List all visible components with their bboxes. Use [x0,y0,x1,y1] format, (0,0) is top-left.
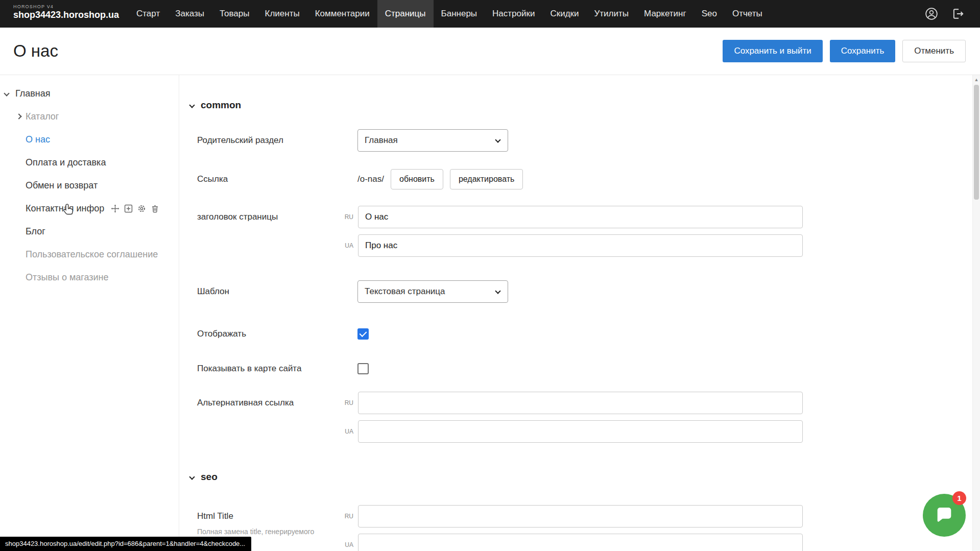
html-title-ru-input[interactable] [358,505,803,528]
nav-item-settings[interactable]: Настройки [485,0,542,28]
nav-item-discounts[interactable]: Скидки [542,0,586,28]
link-row: Ссылка /o-nas/ обновить редактировать [197,169,960,189]
lang-tag-ua: UA [340,242,353,249]
trash-icon[interactable] [151,204,159,213]
parent-section-select[interactable]: Главная [357,129,508,152]
chat-widget-button[interactable]: 1 [923,494,966,537]
sidebar-item-o-nas[interactable]: О нас [0,128,179,151]
nav-item-start[interactable]: Старт [129,0,168,28]
page-header: О нас Сохранить и выйти Сохранить Отмени… [0,28,980,75]
vertical-scrollbar[interactable]: ▲ [972,75,980,551]
link-path: /o-nas/ [357,174,384,184]
lang-tag-ru: RU [340,213,353,221]
sidebar-item-obmen[interactable]: Обмен и возврат [0,174,179,197]
topbar: HOROSHOP V4 shop34423.horoshop.ua Старт … [0,0,980,28]
section-title: common [201,100,241,111]
field-label: Html Title [197,511,340,521]
chevron-right-icon[interactable] [16,113,21,119]
sidebar-item-katalog[interactable]: Каталог [0,105,179,128]
nav-item-products[interactable]: Товары [212,0,257,28]
save-and-exit-button[interactable]: Сохранить и выйти [723,40,822,62]
lang-tag-ua: UA [340,541,353,548]
sidebar-item-label: О нас [26,134,50,145]
field-hint: Полная замена title, генерируемого [197,528,340,536]
sidebar-item-label: Обмен и возврат [26,180,98,191]
add-page-icon[interactable] [124,204,133,213]
alt-link-row: Альтернативная ссылка RU UA [197,392,960,443]
link-edit-button[interactable]: редактировать [450,169,523,189]
sitemap-checkbox[interactable] [357,363,369,374]
sidebar-item-label: Каталог [26,111,59,122]
browser-status-bar: shop34423.horoshop.ua/edit/edit.php?id=6… [0,537,251,551]
page-title: О нас [13,41,58,61]
link-update-button[interactable]: обновить [391,169,443,189]
nav-item-reports[interactable]: Отчеты [725,0,770,28]
sidebar-item-glavnaya[interactable]: Главная [0,82,179,105]
nav-item-clients[interactable]: Клиенты [257,0,307,28]
sidebar-item-label: Контактная инфор [26,203,104,214]
chevron-down-icon[interactable] [4,90,9,96]
alt-link-ru-input[interactable] [358,392,803,414]
page-title-ru-input[interactable] [358,206,803,228]
sidebar-item-reviews[interactable]: Отзывы о магазине [0,266,179,289]
tree-item-actions [111,204,159,213]
cancel-button[interactable]: Отменить [902,40,966,62]
sidebar-item-label: Отзывы о магазине [26,272,109,283]
nav-item-utilities[interactable]: Утилиты [587,0,637,28]
chevron-down-icon [189,474,195,480]
display-checkbox[interactable] [357,328,369,340]
logout-icon[interactable] [951,7,965,20]
nav-item-seo[interactable]: Seo [694,0,725,28]
sidebar-item-kontaktnaya[interactable]: Контактная инфор [0,197,179,220]
scrollbar-thumb[interactable] [974,85,979,200]
page-title-row: заголовок страницы RU UA [197,206,960,257]
parent-section-row: Родительский раздел Главная [197,129,960,152]
brand-domain: shop34423.horoshop.ua [13,10,129,20]
sidebar-item-label: Оплата и доставка [26,157,106,168]
chevron-down-icon [495,137,500,142]
sidebar-item-blog[interactable]: Блог [0,220,179,243]
header-actions: Сохранить и выйти Сохранить Отменить [723,40,966,62]
chevron-down-icon [189,102,195,108]
template-select[interactable]: Текстовая страница [357,280,508,303]
scrollbar-up-arrow[interactable]: ▲ [973,75,980,84]
move-icon[interactable] [111,204,119,213]
section-seo-header[interactable]: seo [190,471,960,483]
html-title-ua-input[interactable] [358,534,803,551]
sidebar-item-agreement[interactable]: Пользовательское соглашение [0,243,179,266]
display-row: Отображать [197,328,960,340]
topbar-right [925,0,980,28]
gear-icon[interactable] [137,204,146,213]
horoshop-admin-screen: HOROSHOP V4 shop34423.horoshop.ua Старт … [0,0,980,551]
field-label: заголовок страницы [197,206,340,222]
section-title: seo [201,471,218,483]
sidebar-item-oplata[interactable]: Оплата и доставка [0,151,179,174]
alt-link-ua-input[interactable] [358,420,803,443]
sidebar-item-label: Пользовательское соглашение [26,249,158,260]
save-button[interactable]: Сохранить [830,40,895,62]
nav-item-orders[interactable]: Заказы [168,0,212,28]
page-title-ua-input[interactable] [358,234,803,257]
field-label: Отображать [197,329,357,339]
brand-block[interactable]: HOROSHOP V4 shop34423.horoshop.ua [0,0,129,28]
user-account-icon[interactable] [925,7,938,20]
field-label: Альтернативная ссылка [197,392,340,408]
html-title-row: Html Title Полная замена title, генериру… [197,505,960,551]
template-row: Шаблон Текстовая страница [197,280,960,303]
nav-item-banners[interactable]: Баннеры [434,0,485,28]
selected-value: Главная [365,135,398,146]
section-common-header[interactable]: common [190,100,960,111]
pages-tree-sidebar: Главная Каталог О нас Оплата и доставка … [0,75,179,551]
lang-tag-ru: RU [340,399,353,406]
sidebar-item-label: Блог [26,226,45,237]
body-region: Главная Каталог О нас Оплата и доставка … [0,75,980,551]
chevron-down-icon [495,288,500,294]
nav-item-pages[interactable]: Страницы [377,0,434,28]
brand-version: HOROSHOP V4 [13,4,129,9]
field-label: Шаблон [197,286,357,297]
field-label: Показывать в карте сайта [197,364,357,374]
sitemap-row: Показывать в карте сайта [197,363,960,374]
sidebar-item-label: Главная [15,88,51,99]
nav-item-comments[interactable]: Комментарии [307,0,377,28]
nav-item-marketing[interactable]: Маркетинг [636,0,694,28]
